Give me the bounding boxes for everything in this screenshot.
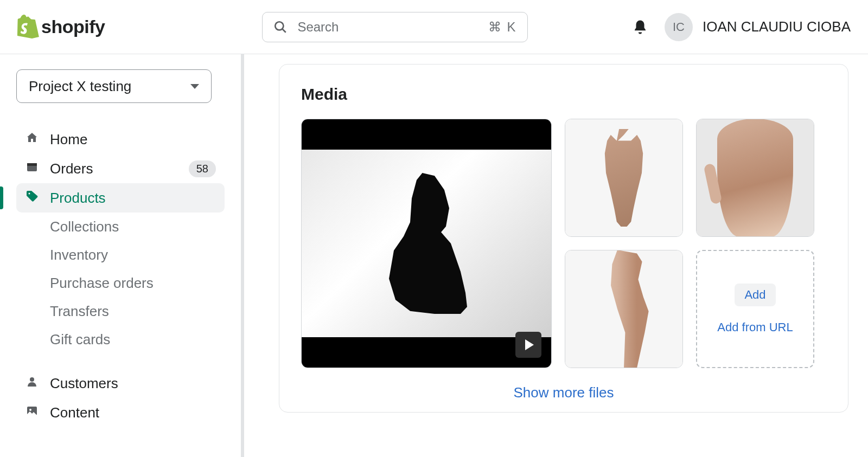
nav-products[interactable]: Products (16, 183, 225, 213)
nav-label: Products (50, 190, 106, 207)
search-bar[interactable]: Search ⌘ K (262, 12, 528, 42)
nav-label: Transfers (50, 303, 109, 320)
svg-point-0 (276, 22, 284, 30)
product-thumbnail (594, 129, 654, 227)
media-thumb-3[interactable] (565, 250, 683, 368)
sidebar: Project X testing Home Orders 58 (0, 54, 244, 457)
header: shopify Search ⌘ K IC IOAN CLAUDIU CIOBA (0, 0, 868, 54)
media-thumb-1[interactable] (565, 119, 683, 237)
home-icon (25, 131, 39, 148)
nav-label: Collections (50, 218, 119, 235)
orders-badge: 58 (189, 160, 216, 177)
media-thumb-2[interactable] (696, 119, 814, 237)
nav-label: Orders (50, 160, 93, 177)
nav-collections[interactable]: Collections (16, 213, 225, 241)
image-icon (25, 404, 39, 421)
play-icon (515, 332, 541, 358)
main-content: Media Add (244, 54, 868, 457)
nav-label: Content (50, 404, 99, 421)
tag-icon (25, 190, 39, 207)
product-thumbnail (717, 119, 793, 237)
nav-label: Purchase orders (50, 275, 154, 292)
user-menu[interactable]: IC IOAN CLAUDIU CIOBA (665, 13, 851, 41)
svg-point-5 (30, 377, 34, 382)
bell-icon[interactable] (632, 19, 648, 35)
nav-customers[interactable]: Customers (16, 369, 225, 398)
nav-purchase-orders[interactable]: Purchase orders (16, 269, 225, 297)
nav-label: Customers (50, 375, 118, 392)
person-icon (25, 375, 39, 392)
header-right: IC IOAN CLAUDIU CIOBA (632, 13, 851, 41)
logo[interactable]: shopify (17, 15, 105, 40)
card-title: Media (301, 85, 826, 104)
nav-home[interactable]: Home (16, 125, 225, 154)
orders-icon (25, 160, 39, 177)
nav-transfers[interactable]: Transfers (16, 297, 225, 325)
nav-list: Home Orders 58 Products Collections Inve… (16, 125, 225, 427)
search-placeholder: Search (297, 20, 488, 35)
add-media-button[interactable]: Add (735, 284, 775, 306)
add-from-url-link[interactable]: Add from URL (717, 320, 793, 334)
svg-point-7 (29, 409, 31, 411)
media-upload-tile[interactable]: Add Add from URL (696, 250, 814, 368)
show-more-files-link[interactable]: Show more files (301, 384, 826, 401)
product-thumbnail (591, 250, 656, 368)
search-shortcut: ⌘ K (488, 20, 517, 35)
media-grid: Add Add from URL (301, 119, 826, 368)
avatar: IC (665, 13, 693, 41)
media-primary-video[interactable] (301, 119, 552, 368)
search-icon (273, 20, 288, 34)
nav-orders[interactable]: Orders 58 (16, 154, 225, 183)
svg-rect-3 (27, 163, 37, 166)
nav-label: Home (50, 131, 87, 148)
shoe-thumbnail (386, 173, 467, 314)
chevron-down-icon (190, 84, 199, 89)
store-name: Project X testing (29, 78, 131, 95)
svg-line-1 (283, 29, 286, 33)
logo-text: shopify (41, 16, 105, 37)
nav-inventory[interactable]: Inventory (16, 241, 225, 269)
media-card: Media Add (279, 64, 848, 413)
svg-point-4 (29, 192, 30, 194)
username: IOAN CLAUDIU CIOBA (703, 18, 851, 35)
nav-label: Gift cards (50, 331, 110, 348)
shopify-bag-icon (17, 15, 39, 40)
nav-label: Inventory (50, 247, 108, 263)
store-selector[interactable]: Project X testing (16, 69, 212, 103)
nav-gift-cards[interactable]: Gift cards (16, 325, 225, 353)
nav-content[interactable]: Content (16, 398, 225, 427)
